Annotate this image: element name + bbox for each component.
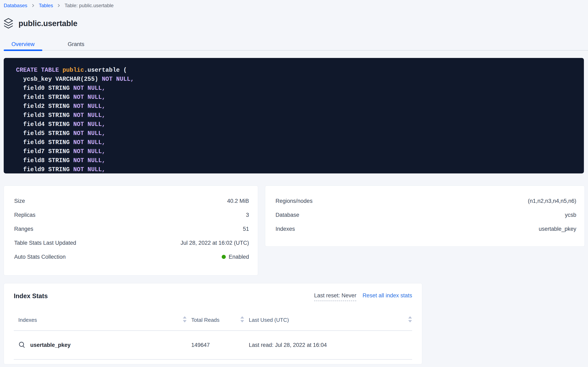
breadcrumb-databases[interactable]: Databases (4, 3, 27, 8)
column-header-indexes[interactable]: Indexes (14, 316, 187, 324)
column-header-total-reads[interactable]: Total Reads (191, 316, 244, 324)
table-info-card: Regions/nodes (n1,n2,n3,n4,n5,n6) Databa… (265, 185, 585, 247)
stat-row-ranges: Ranges 51 (14, 222, 249, 236)
stat-label: Ranges (14, 226, 33, 232)
column-label: Indexes (18, 317, 37, 323)
tab-grants[interactable]: Grants (60, 38, 92, 50)
sql-code: CREATE TABLE public.usertable ( ycsb_key… (16, 66, 576, 174)
stat-label: Size (14, 198, 25, 204)
sql-line: field2 STRING NOT NULL, (16, 103, 105, 110)
stat-label: Indexes (275, 226, 295, 232)
sql-line: field5 STRING NOT NULL, (16, 130, 105, 137)
index-stats-controls: Last reset: Never Reset all index stats (314, 292, 412, 301)
stat-label: Auto Stats Collection (14, 254, 66, 260)
sort-icon[interactable] (240, 316, 244, 324)
status-dot-enabled (222, 255, 226, 259)
breadcrumb-tables[interactable]: Tables (39, 3, 53, 8)
stat-label: Regions/nodes (275, 198, 313, 204)
stat-row-replicas: Replicas 3 (14, 208, 249, 222)
sql-line: field6 STRING NOT NULL, (16, 139, 105, 146)
stat-row-auto-stats: Auto Stats Collection Enabled (14, 250, 249, 264)
stat-value: (n1,n2,n3,n4,n5,n6) (528, 198, 576, 204)
stat-value: usertable_pkey (539, 226, 576, 232)
stat-value: 3 (246, 212, 249, 218)
stat-label: Database (275, 212, 299, 218)
stat-row-stats-updated: Table Stats Last Updated Jul 28, 2022 at… (14, 236, 249, 250)
page-title: public.usertable (18, 19, 77, 28)
sql-line: field7 STRING NOT NULL, (16, 148, 105, 155)
stat-label: Replicas (14, 212, 35, 218)
column-label: Last Used (UTC) (249, 317, 289, 323)
table-details-page: Databases Tables Table: public.usertable… (0, 0, 588, 364)
tab-overview[interactable]: Overview (4, 38, 42, 50)
index-name: usertable_pkey (30, 342, 71, 348)
index-table-row[interactable]: usertable_pkey 149647 Last read: Jul 28,… (14, 331, 412, 360)
layers-icon (4, 18, 13, 29)
stat-value: 40.2 MiB (227, 198, 249, 204)
total-reads-cell: 149647 (191, 342, 244, 348)
sql-line: field1 STRING NOT NULL, (16, 94, 105, 101)
chevron-right-icon (57, 3, 60, 8)
sql-line: field8 STRING NOT NULL, (16, 157, 105, 164)
stat-value: ycsb (565, 212, 576, 218)
sql-line: CREATE TABLE public.usertable ( (16, 67, 127, 74)
sort-icon[interactable] (183, 316, 187, 324)
index-stats-card: Index Stats Last reset: Never Reset all … (4, 283, 422, 364)
breadcrumb: Databases Tables Table: public.usertable (4, 0, 588, 9)
breadcrumb-current: Table: public.usertable (65, 3, 114, 8)
last-used-cell: Last read: Jul 28, 2022 at 16:04 (249, 342, 412, 348)
sql-line: field0 STRING NOT NULL, (16, 85, 105, 92)
table-details-card: Size 40.2 MiB Replicas 3 Ranges 51 Table… (4, 185, 258, 275)
sql-line: ycsb_key VARCHAR(255) NOT NULL, (16, 76, 134, 83)
status-text: Enabled (229, 254, 249, 260)
stat-value: Enabled (222, 254, 249, 260)
last-reset-label[interactable]: Last reset: Never (314, 292, 356, 301)
column-label: Total Reads (191, 317, 219, 323)
search-icon (18, 341, 26, 349)
stat-label: Table Stats Last Updated (14, 240, 76, 246)
index-stats-header: Index Stats Last reset: Never Reset all … (14, 292, 412, 301)
chevron-right-icon (32, 3, 35, 8)
page-header: public.usertable (4, 18, 588, 29)
create-table-statement: CREATE TABLE public.usertable ( ycsb_key… (4, 58, 584, 174)
sql-line: field4 STRING NOT NULL, (16, 121, 105, 128)
reset-index-stats-link[interactable]: Reset all index stats (362, 292, 412, 299)
sql-line: field3 STRING NOT NULL, (16, 112, 105, 119)
detail-cards: Size 40.2 MiB Replicas 3 Ranges 51 Table… (4, 185, 588, 275)
stat-row-indexes: Indexes usertable_pkey (275, 222, 576, 236)
stat-row-regions: Regions/nodes (n1,n2,n3,n4,n5,n6) (275, 194, 576, 208)
sort-icon[interactable] (408, 316, 412, 324)
stat-value: Jul 28, 2022 at 16:02 (UTC) (181, 240, 249, 246)
stat-row-size: Size 40.2 MiB (14, 194, 249, 208)
stat-value: 51 (243, 226, 249, 232)
sql-line: field9 STRING NOT NULL, (16, 166, 105, 173)
index-table-header: Indexes Total Reads Last Used (UTC) (14, 316, 412, 331)
column-header-last-used[interactable]: Last Used (UTC) (249, 316, 412, 324)
tab-bar: Overview Grants (4, 38, 588, 50)
index-stats-title: Index Stats (14, 292, 48, 300)
stat-row-database: Database ycsb (275, 208, 576, 222)
index-name-cell: usertable_pkey (14, 341, 187, 349)
